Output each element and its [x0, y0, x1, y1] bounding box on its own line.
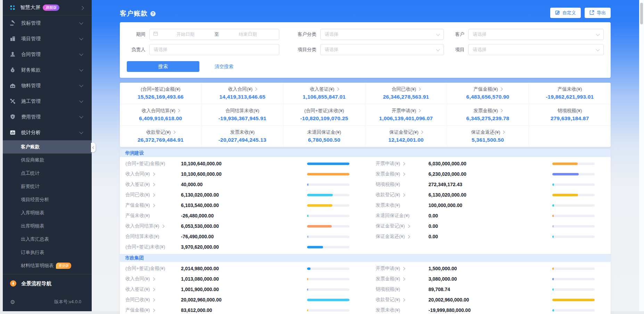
customer-category-select[interactable]: 请选择: [320, 29, 444, 40]
drilldown-arrow-icon[interactable]: [406, 224, 410, 228]
metric-label: 发票未收(¥): [376, 202, 429, 208]
metric-row: (合同+签证)金额(¥)10,100,640,000.00: [120, 158, 365, 169]
drilldown-arrow-icon[interactable]: [151, 193, 155, 197]
drilldown-arrow-icon[interactable]: [151, 288, 155, 291]
sidebar-item-stats[interactable]: 统计分析: [3, 125, 92, 140]
gear-icon[interactable]: [10, 299, 15, 305]
owner-input[interactable]: 请选择: [149, 44, 279, 55]
summary-cell: 收款登记(¥)26,372,769,484.91: [120, 126, 202, 147]
submenu-item[interactable]: 材料结算明细表专业版: [3, 259, 92, 272]
submenu-item-label: 入库明细表: [21, 210, 44, 216]
metric-row: 收入合同结算(¥)6,053,530,000.00: [120, 221, 365, 231]
sidebar-footer: 全景流程导航 版本号:v4.0.0: [3, 274, 92, 311]
submenu-item[interactable]: 项目经营分析: [3, 193, 92, 206]
metric-value: 0.00: [429, 223, 517, 229]
sidebar-collapse-handle[interactable]: [91, 143, 96, 152]
chevron-down-icon: [79, 36, 83, 40]
main-area: 客户账款 自定义 导出 期间: [92, 0, 639, 311]
project-label: 项目: [452, 47, 464, 53]
metric-value: 6,130,020,000.00: [181, 192, 269, 198]
submenu-item[interactable]: 薪资统计: [3, 180, 92, 193]
sidebar-item-construction[interactable]: 施工管理: [3, 93, 92, 109]
drilldown-arrow-icon[interactable]: [151, 172, 155, 176]
drilldown-arrow-icon[interactable]: [499, 109, 503, 113]
drilldown-arrow-icon[interactable]: [418, 109, 421, 113]
vertical-scrollbar: [639, 0, 644, 311]
submenu-item[interactable]: 订单执行表: [3, 246, 92, 259]
drilldown-arrow-icon[interactable]: [254, 88, 257, 91]
drilldown-arrow-icon[interactable]: [420, 131, 423, 134]
drilldown-arrow-icon[interactable]: [406, 235, 410, 238]
date-range-input[interactable]: 开始日期 至 结束日期: [149, 29, 279, 40]
progress-bar: [552, 288, 595, 291]
summary-cell: 保证金登记(¥)12,142,001.00: [365, 126, 447, 147]
submenu-item[interactable]: 出入库汇总表: [3, 233, 92, 246]
sidebar-item-expense[interactable]: 费用管理: [3, 109, 92, 125]
progress-bar: [552, 225, 595, 228]
chevron-down-icon: [79, 130, 83, 134]
sidebar-item-material[interactable]: 物料管理: [3, 78, 92, 93]
drilldown-arrow-icon[interactable]: [151, 298, 155, 301]
clear-search-link[interactable]: 清空搜索: [215, 64, 233, 70]
customer-select[interactable]: 请选择: [468, 29, 604, 40]
customer-category-label: 客户分类: [289, 31, 316, 38]
search-button[interactable]: 搜索: [127, 61, 199, 72]
drilldown-arrow-icon[interactable]: [151, 308, 155, 312]
drilldown-arrow-icon[interactable]: [402, 267, 405, 270]
project-category-select[interactable]: 请选择: [320, 44, 444, 55]
company-header[interactable]: 市政集团: [120, 254, 611, 262]
submenu-item[interactable]: 供应商账款: [3, 154, 92, 167]
sidebar-item-bid[interactable]: 投标管理: [3, 15, 92, 31]
drilldown-arrow-icon[interactable]: [151, 183, 155, 186]
submenu-item[interactable]: 入库明细表: [3, 206, 92, 220]
finance-icon: [10, 67, 16, 73]
expense-icon: [10, 114, 16, 120]
submenu-item[interactable]: 点工统计: [3, 167, 92, 180]
submenu-item[interactable]: 客户账款: [3, 140, 92, 154]
submenu-item[interactable]: 出库明细表: [3, 220, 92, 233]
drilldown-arrow-icon[interactable]: [402, 298, 405, 301]
drilldown-arrow-icon[interactable]: [502, 131, 505, 134]
sidebar-item-contract[interactable]: 合同管理: [3, 47, 92, 62]
metric-label: 收入合同结算(¥): [125, 223, 181, 229]
drilldown-arrow-icon[interactable]: [336, 88, 339, 91]
drilldown-arrow-icon[interactable]: [402, 193, 405, 197]
metric-row: 收入签证(¥)1,001,900,000.00: [120, 284, 365, 295]
company-header[interactable]: 华润建设: [120, 149, 611, 157]
drilldown-arrow-icon[interactable]: [402, 162, 405, 165]
sidebar-item-smart-dashboard[interactable]: 智慧大屏 旗舰版: [3, 0, 92, 15]
sidebar-item-finance[interactable]: 财务账款: [3, 62, 92, 78]
help-icon[interactable]: [150, 11, 156, 16]
drilldown-arrow-icon[interactable]: [402, 277, 405, 281]
metric-label: 销项税额(¥): [376, 181, 429, 188]
panorama-nav-item[interactable]: 全景流程导航: [3, 274, 92, 292]
metric-label: (合同+签证)金额(¥): [125, 265, 181, 272]
drilldown-arrow-icon[interactable]: [177, 109, 180, 113]
submenu-item-label: 客户账款: [21, 144, 40, 150]
drilldown-arrow-icon[interactable]: [499, 88, 503, 91]
stats-icon: [10, 130, 16, 135]
metric-row: 未退回保证金(¥)0.00: [365, 210, 611, 221]
company-name: 华润建设: [125, 150, 144, 156]
export-button[interactable]: 导出: [585, 8, 611, 18]
metric-label: 发票金额(¥): [376, 276, 429, 282]
metric-value: 272,349,172.43: [429, 182, 517, 187]
metric-label: 收入合同(¥): [125, 171, 181, 177]
project-select[interactable]: 请选择: [468, 44, 604, 55]
drilldown-arrow-icon[interactable]: [172, 131, 175, 134]
metric-row: 收款登记(¥)20,002,960,000.00: [365, 295, 611, 305]
drilldown-arrow-icon[interactable]: [151, 204, 155, 207]
sidebar-item-label: 统计分析: [21, 130, 80, 136]
drilldown-arrow-icon[interactable]: [418, 88, 421, 91]
drilldown-arrow-icon[interactable]: [151, 277, 155, 281]
customize-button[interactable]: 自定义: [550, 8, 581, 18]
drilldown-arrow-icon[interactable]: [402, 172, 405, 176]
metric-value: 0.00: [429, 213, 517, 218]
scrollbar-thumb[interactable]: [640, 3, 643, 24]
summary-cell: 产值未收(¥)-19,862,621,993.01: [529, 83, 611, 104]
sidebar: 智慧大屏 旗舰版 投标管理项目管理合同管理财务账款物料管理施工管理费用管理统计分…: [3, 0, 92, 311]
export-icon: [589, 10, 594, 16]
sidebar-item-project[interactable]: 项目管理: [3, 31, 92, 47]
submenu-item-label: 供应商账款: [21, 157, 44, 163]
drilldown-arrow-icon[interactable]: [161, 224, 164, 228]
